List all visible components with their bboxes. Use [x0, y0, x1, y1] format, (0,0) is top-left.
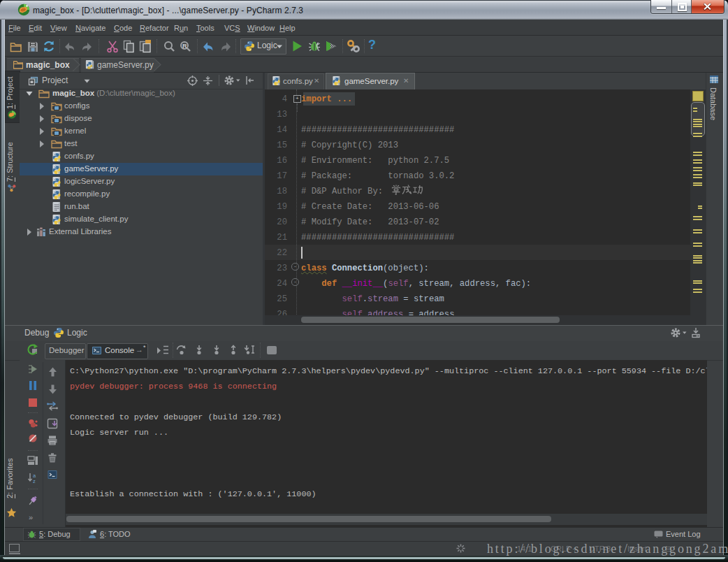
svg-text:z: z	[33, 478, 36, 484]
svg-text:R: R	[182, 43, 187, 50]
